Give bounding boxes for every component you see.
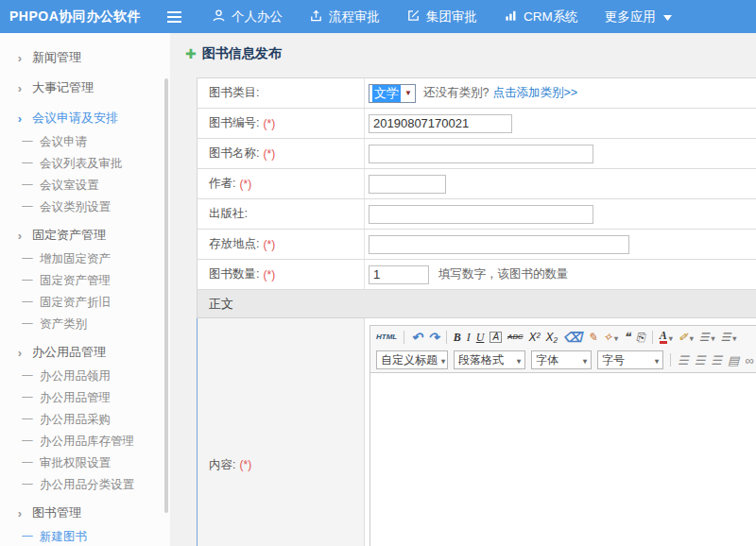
sidebar-item-supplies-management[interactable]: ›办公用品管理 [0,339,170,366]
sidebar-item-supplies-manage[interactable]: 一办公用品管理 [0,387,170,409]
subscript-button[interactable]: X₂ [546,332,558,343]
book-form: 图书类目: 文学 ▼ 还没有类别? 点击添加类别>> 图书编号:(*) 图书名称… [197,77,756,546]
paragraph-format-dropdown[interactable]: 段落格式 [454,350,525,369]
publisher-input[interactable] [369,205,593,224]
undo-button[interactable]: ↶ [411,331,422,344]
hamburger-menu-icon[interactable] [166,10,185,24]
sidebar-item-meeting-list[interactable]: 一会议列表及审批 [0,153,170,175]
workflow-icon [309,9,329,26]
align-right-button[interactable]: ☰ [711,354,722,367]
color-wand-button[interactable]: ✧ [603,332,618,343]
category-hint: 还没有类别? [423,85,489,101]
publisher-label: 出版社: [209,206,248,222]
nav-group-approval[interactable]: 集团审批 [406,9,477,26]
sidebar-item-asset-management[interactable]: ›固定资产管理 [0,222,170,248]
required-mark: (*) [263,238,275,251]
top-nav: 个人办公 流程审批 集团审批 CRM系统 更多应用 [198,9,691,26]
sidebar-item-supplies-purchase[interactable]: 一办公用品采购 [0,409,170,431]
book-name-input[interactable] [369,145,593,163]
font-family-dropdown[interactable]: 字体 [531,350,592,369]
link-button[interactable]: ∞ [745,354,753,367]
category-select[interactable]: 文学 ▼ [369,84,416,103]
required-mark: (*) [239,458,251,471]
main-content: ✚ 图书信息发布 图书类目: 文学 ▼ 还没有类别? 点击添加类别>> 图书编号… [170,33,756,546]
dash-icon: 一 [21,455,34,471]
plus-icon: ✚ [185,46,197,61]
add-category-link[interactable]: 点击添加类别>> [492,85,577,101]
chevron-right-icon: › [13,506,26,520]
chevron-right-icon: › [13,111,26,126]
nav-workflow-approval[interactable]: 流程审批 [309,9,380,26]
dropdown-caret-icon [579,353,587,367]
sidebar-item-approval-permission[interactable]: 一审批权限设置 [0,452,170,474]
align-center-button[interactable]: ☰ [695,354,706,367]
quantity-input[interactable] [369,265,429,284]
highlight-pen-button[interactable]: ✐ [679,332,694,343]
dropdown-caret-icon [688,332,694,343]
author-label: 作者: [209,176,235,192]
justify-button[interactable]: ▤ [728,354,739,367]
dropdown-caret-icon [667,332,673,343]
dash-icon: 一 [21,134,34,150]
superscript-button[interactable]: X² [529,332,541,343]
form-row-quantity: 图书数量:(*) 填写数字，该图书的数量 [197,260,756,290]
font-size-dropdown[interactable]: 字号 [597,350,663,369]
underline-button[interactable]: U [476,332,485,343]
bullet-list-button[interactable]: ☰ [721,332,737,343]
author-input[interactable] [369,175,446,194]
sidebar-item-asset-manage[interactable]: 一固定资产管理 [0,270,170,292]
sidebar-item-supplies-inventory[interactable]: 一办公用品库存管理 [0,431,170,452]
sidebar-item-asset-category[interactable]: 一资产类别 [0,314,170,335]
italic-button[interactable]: I [467,332,471,343]
sidebar: ›新闻管理 ›大事记管理 ›会议申请及安排 一会议申请 一会议列表及审批 一会议… [0,33,170,546]
font-color-button[interactable]: A [660,330,673,344]
book-no-input[interactable] [369,114,512,133]
ordered-list-button[interactable]: ☰ [699,332,715,343]
form-row-location: 存放地点:(*) [197,230,756,260]
nav-personal-office[interactable]: 个人办公 [212,9,283,26]
sidebar-item-supplies-classify[interactable]: 一办公用品分类设置 [0,474,170,496]
editor-content-area[interactable] [370,373,756,546]
sidebar-item-meeting-management[interactable]: ›会议申请及安排 [0,105,170,131]
font-style-button[interactable]: A [490,332,502,343]
toolbar-separator [404,331,404,344]
location-input[interactable] [369,235,629,254]
eraser-button[interactable]: ⌫ [563,331,582,344]
location-label: 存放地点: [209,236,259,252]
nav-more-apps[interactable]: 更多应用 [605,9,678,26]
custom-heading-dropdown[interactable]: 自定义标题 [376,350,448,369]
sidebar-item-meeting-category[interactable]: 一会议类别设置 [0,196,170,218]
sidebar-item-meeting-room[interactable]: 一会议室设置 [0,175,170,196]
blockquote-button[interactable]: ❝ [624,331,630,343]
html-source-button[interactable]: HTML [376,333,397,341]
sidebar-item-book-management[interactable]: ›图书管理 [0,500,170,526]
dash-icon: 一 [21,368,34,384]
sidebar-scrollbar[interactable] [164,78,168,513]
form-row-author: 作者:(*) [197,169,756,199]
strikethrough-button[interactable]: ABC [507,333,523,341]
format-brush-button[interactable]: ✎ [588,332,597,343]
sidebar-item-supplies-claim[interactable]: 一办公用品领用 [0,366,170,387]
sidebar-item-news-management[interactable]: ›新闻管理 [0,44,170,71]
app-logo: PHPOA协同办公软件 [0,9,163,26]
nav-crm-system[interactable]: CRM系统 [504,9,578,26]
bold-button[interactable]: B [454,332,461,343]
quantity-hint: 填写数字，该图书的数量 [438,266,569,282]
editor-toolbar-row1: HTML ↶ ↷ B I U A ABC X² X₂ ⌫ ✎ [370,326,756,348]
edit-square-icon [406,9,426,26]
paste-text-button[interactable]: ⎘ [636,332,645,343]
toolbar-separator [446,331,447,344]
dropdown-caret-icon [730,332,736,343]
dash-icon: 一 [21,295,34,311]
dash-icon: 一 [21,273,34,289]
sidebar-item-events-management[interactable]: ›大事记管理 [0,75,170,101]
dash-icon: 一 [21,390,34,406]
sidebar-item-asset-add[interactable]: 一增加固定资产 [0,248,170,270]
chevron-right-icon: › [13,51,26,65]
align-left-button[interactable]: ☰ [678,354,689,367]
sidebar-item-asset-depreciation[interactable]: 一固定资产折旧 [0,292,170,314]
sidebar-item-book-new[interactable]: 一新建图书 [0,526,170,546]
form-row-book-no: 图书编号:(*) [197,109,756,139]
redo-button[interactable]: ↷ [428,331,439,344]
sidebar-item-meeting-apply[interactable]: 一会议申请 [0,131,170,153]
